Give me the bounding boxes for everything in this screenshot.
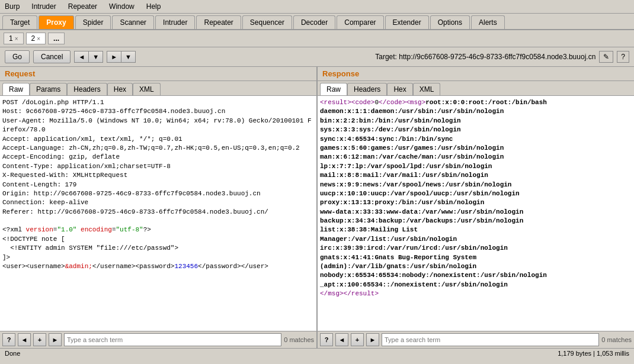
tab-repeater[interactable]: Repeater xyxy=(196,15,241,29)
page-tab-2-label: 2 xyxy=(31,34,36,43)
tab-comparer[interactable]: Comparer xyxy=(337,15,383,29)
request-content[interactable]: POST /doLogin.php HTTP/1.1 Host: 9c66760… xyxy=(0,96,316,331)
target-display: Target: http://9c667608-9725-46c9-8733-6… xyxy=(375,53,595,61)
main-tab-bar: Target Proxy Spider Scanner Intruder Rep… xyxy=(0,14,634,30)
response-sub-tabs: Raw Headers Hex XML xyxy=(318,81,634,96)
status-left: Done xyxy=(5,350,20,357)
tab-decoder[interactable]: Decoder xyxy=(293,15,335,29)
nav-next-button[interactable]: ► xyxy=(107,51,121,63)
request-search-prev[interactable]: ◄ xyxy=(18,333,31,346)
request-panel-header: Request xyxy=(0,67,316,81)
toolbar: Go Cancel ◄ ▼ ► ▼ Target: http://9c66760… xyxy=(0,47,634,67)
page-tab-1-label: 1 xyxy=(9,34,13,43)
tab-scanner[interactable]: Scanner xyxy=(112,15,154,29)
menu-help[interactable]: Help xyxy=(144,1,164,12)
request-search-input[interactable] xyxy=(64,333,281,346)
tab-options[interactable]: Options xyxy=(430,15,470,29)
menu-burp[interactable]: Burp xyxy=(2,1,22,12)
response-search-input[interactable] xyxy=(382,333,599,346)
page-tab-1[interactable]: 1 × xyxy=(4,33,24,44)
page-tab-bar: 1 × 2 × ... xyxy=(0,30,634,47)
request-tab-hex[interactable]: Hex xyxy=(107,83,133,95)
tab-alerts[interactable]: Alerts xyxy=(471,15,505,29)
tab-proxy[interactable]: Proxy xyxy=(39,15,73,29)
page-tab-2-close[interactable]: × xyxy=(37,36,40,42)
request-search-next-add[interactable]: + xyxy=(33,333,46,346)
request-panel: Request Raw Params Headers Hex XML POST … xyxy=(0,67,318,348)
request-search-bar: ? ◄ + ► 0 matches xyxy=(0,331,316,348)
request-tab-headers[interactable]: Headers xyxy=(67,83,107,95)
main-content: Request Raw Params Headers Hex XML POST … xyxy=(0,67,634,348)
response-tab-hex[interactable]: Hex xyxy=(387,83,412,95)
request-tab-raw[interactable]: Raw xyxy=(2,83,30,95)
response-search-bar: ? ◄ + ► 0 matches xyxy=(318,331,634,348)
page-tab-1-close[interactable]: × xyxy=(15,36,18,42)
response-content[interactable]: <result><code>0</code><msg>root:x:0:0:ro… xyxy=(318,96,634,331)
status-bar: Done 1,179 bytes | 1,053 millis xyxy=(0,348,634,358)
request-search-next[interactable]: ► xyxy=(49,333,62,346)
response-search-help[interactable]: ? xyxy=(320,333,333,346)
response-panel: Response Raw Headers Hex XML <result><co… xyxy=(318,67,634,348)
tab-target[interactable]: Target xyxy=(2,15,37,29)
edit-target-button[interactable]: ✎ xyxy=(599,51,613,63)
page-tab-more[interactable]: ... xyxy=(48,33,65,44)
response-tab-headers[interactable]: Headers xyxy=(347,83,387,95)
request-match-count: 0 matches xyxy=(284,336,314,343)
menu-repeater[interactable]: Repeater xyxy=(66,1,100,12)
help-button[interactable]: ? xyxy=(617,51,629,63)
go-button[interactable]: Go xyxy=(5,50,30,63)
response-search-prev[interactable]: ◄ xyxy=(335,333,348,346)
status-right: 1,179 bytes | 1,053 millis xyxy=(558,350,629,357)
request-search-help[interactable]: ? xyxy=(2,333,15,346)
request-sub-tabs: Raw Params Headers Hex XML xyxy=(0,81,316,96)
tab-extender[interactable]: Extender xyxy=(385,15,429,29)
menu-intruder[interactable]: Intruder xyxy=(29,1,58,12)
response-search-next[interactable]: ► xyxy=(366,333,379,346)
response-match-count: 0 matches xyxy=(601,336,632,343)
cancel-button[interactable]: Cancel xyxy=(33,50,71,63)
response-panel-header: Response xyxy=(318,67,634,81)
response-tab-raw[interactable]: Raw xyxy=(320,83,347,95)
response-tab-xml[interactable]: XML xyxy=(413,83,441,95)
menu-bar: Burp Intruder Repeater Window Help xyxy=(0,0,634,14)
response-search-next-add[interactable]: + xyxy=(351,333,364,346)
tab-intruder[interactable]: Intruder xyxy=(155,15,195,29)
request-tab-params[interactable]: Params xyxy=(30,83,67,95)
menu-window[interactable]: Window xyxy=(107,1,137,12)
nav-prev-button[interactable]: ◄ xyxy=(74,51,88,63)
tab-sequencer[interactable]: Sequencer xyxy=(242,15,292,29)
page-tab-2[interactable]: 2 × xyxy=(26,33,46,44)
nav-prev-dropdown[interactable]: ▼ xyxy=(88,51,103,63)
nav-next-dropdown[interactable]: ▼ xyxy=(121,51,136,63)
request-tab-xml[interactable]: XML xyxy=(133,83,161,95)
tab-spider[interactable]: Spider xyxy=(75,15,111,29)
